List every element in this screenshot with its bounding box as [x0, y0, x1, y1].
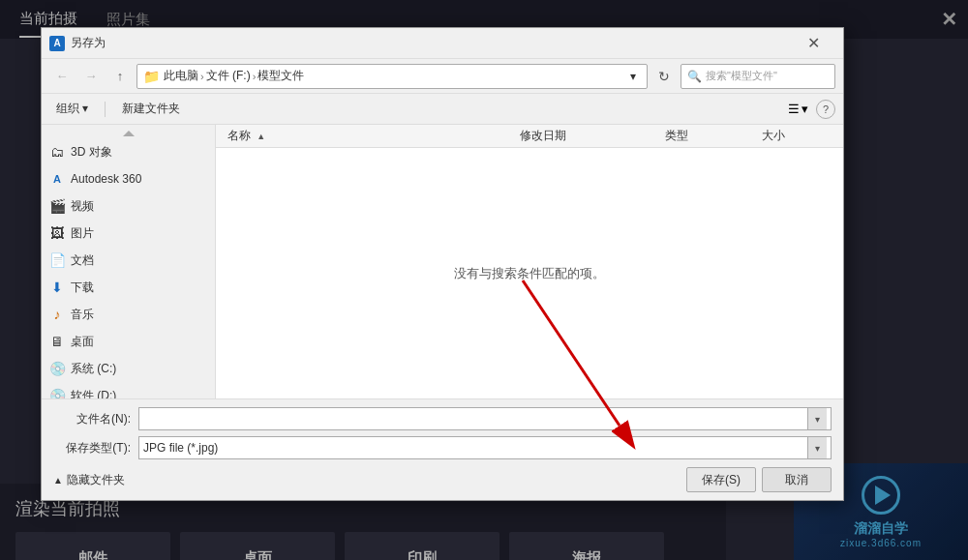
- filetype-label: 保存类型(T):: [53, 440, 131, 457]
- sidebar-scroll-up[interactable]: [42, 129, 215, 138]
- video-icon: 🎬: [49, 198, 65, 214]
- filename-label: 文件名(N):: [53, 411, 131, 427]
- nav-up-button[interactable]: ↑: [107, 64, 133, 89]
- breadcrumb-pc: 此电脑: [164, 68, 198, 84]
- breadcrumb-folder: 模型文件: [257, 68, 304, 84]
- dialog-bottom-form: 文件名(N): ▾ 保存类型(T): JPG file (*.jpg) ▾ ▲ …: [42, 398, 843, 500]
- view-icon: ☰: [788, 102, 800, 116]
- autodesk-icon: A: [49, 171, 65, 187]
- sidebar-item-pictures[interactable]: 🖼 图片: [42, 220, 215, 247]
- save-button[interactable]: 保存(S): [686, 467, 756, 492]
- address-bar[interactable]: 📁 此电脑 › 文件 (F:) › 模型文件 ▾: [136, 64, 648, 89]
- sidebar-item-music-label: 音乐: [71, 307, 94, 323]
- softwared-icon: 💿: [49, 388, 65, 398]
- sidebar-item-3dobjects-label: 3D 对象: [71, 144, 112, 161]
- sidebar-item-softwared[interactable]: 💿 软件 (D:): [42, 382, 215, 398]
- filename-dropdown[interactable]: ▾: [807, 408, 827, 429]
- desktop-icon: 🖥: [49, 334, 65, 349]
- breadcrumb-drive: 文件 (F:): [206, 68, 251, 84]
- sidebar-item-systemc[interactable]: 💿 系统 (C:): [42, 355, 215, 382]
- sidebar-item-autodesk-label: Autodesk 360: [71, 172, 141, 186]
- systemc-icon: 💿: [49, 361, 65, 376]
- dialog-toolbar: 组织 ▾ 新建文件夹 ☰ ▾ ?: [42, 94, 843, 125]
- documents-icon: 📄: [49, 252, 65, 268]
- file-list-empty: 没有与搜索条件匹配的项。: [216, 148, 843, 398]
- sidebar-item-documents-label: 文档: [71, 252, 94, 269]
- pictures-icon: 🖼: [49, 225, 65, 241]
- search-input[interactable]: 搜索"模型文件": [706, 69, 829, 83]
- filetype-dropdown[interactable]: ▾: [807, 437, 827, 458]
- search-icon: 🔍: [687, 70, 702, 83]
- downloads-icon: ⬇: [49, 280, 65, 295]
- sidebar-item-video-label: 视频: [71, 198, 94, 215]
- file-headers: 名称 ▲ 修改日期 类型 大小: [216, 125, 843, 148]
- dialog-close-button[interactable]: ✕: [791, 28, 835, 59]
- sidebar-item-video[interactable]: 🎬 视频: [42, 192, 215, 220]
- filetype-row: 保存类型(T): JPG file (*.jpg) ▾: [53, 436, 832, 459]
- search-box[interactable]: 🔍 搜索"模型文件": [681, 64, 835, 89]
- scroll-up-arrow: [123, 131, 135, 136]
- view-toggle-button[interactable]: ☰ ▾: [788, 102, 808, 116]
- col-type[interactable]: 类型: [661, 128, 758, 144]
- dialog-titlebar: A 另存为 ✕: [42, 28, 843, 59]
- filetype-value: JPG file (*.jpg): [143, 441, 807, 455]
- nav-forward-button[interactable]: →: [78, 64, 104, 89]
- sidebar-item-3dobjects[interactable]: 🗂 3D 对象: [42, 138, 215, 165]
- sidebar-item-autodesk[interactable]: A Autodesk 360: [42, 165, 215, 192]
- col-size[interactable]: 大小: [758, 128, 835, 144]
- filename-input[interactable]: ▾: [138, 407, 832, 430]
- folder-icon: 📁: [143, 69, 160, 84]
- view-dropdown-icon: ▾: [802, 102, 808, 116]
- sidebar-item-downloads[interactable]: ⬇ 下载: [42, 274, 215, 301]
- toggle-arrow-icon: ▲: [53, 475, 63, 486]
- address-dropdown-button[interactable]: ▾: [625, 69, 641, 84]
- dialog-title: 另存为: [71, 35, 791, 51]
- sidebar-item-softwared-label: 软件 (D:): [71, 388, 116, 399]
- sidebar-item-music[interactable]: ♪ 音乐: [42, 301, 215, 328]
- col-date[interactable]: 修改日期: [516, 128, 661, 144]
- breadcrumb: 此电脑 › 文件 (F:) › 模型文件: [164, 68, 304, 84]
- nav-back-button[interactable]: ←: [49, 64, 75, 89]
- save-dialog: A 另存为 ✕ ← → ↑ 📁 此电脑 › 文件 (F:) › 模型文件 ▾ ↻…: [41, 27, 844, 501]
- filetype-input[interactable]: JPG file (*.jpg) ▾: [138, 436, 832, 459]
- new-folder-button[interactable]: 新建文件夹: [115, 97, 187, 121]
- empty-message: 没有与搜索条件匹配的项。: [454, 265, 605, 282]
- dialog-navbar: ← → ↑ 📁 此电脑 › 文件 (F:) › 模型文件 ▾ ↻ 🔍 搜索"模型…: [42, 59, 843, 94]
- col-name[interactable]: 名称 ▲: [224, 128, 516, 144]
- dialog-content: 🗂 3D 对象 A Autodesk 360 🎬 视频 🖼 图片 📄 文档 ⬇: [42, 125, 843, 398]
- dialog-sidebar: 🗂 3D 对象 A Autodesk 360 🎬 视频 🖼 图片 📄 文档 ⬇: [42, 125, 216, 398]
- sort-arrow-name: ▲: [257, 132, 265, 141]
- cancel-button[interactable]: 取消: [762, 467, 832, 492]
- organize-button[interactable]: 组织 ▾: [49, 97, 95, 121]
- refresh-button[interactable]: ↻: [651, 64, 677, 89]
- sidebar-item-desktop-label: 桌面: [71, 334, 94, 350]
- sidebar-item-documents[interactable]: 📄 文档: [42, 247, 215, 274]
- sidebar-item-systemc-label: 系统 (C:): [71, 361, 116, 377]
- sidebar-item-downloads-label: 下载: [71, 280, 94, 296]
- help-button[interactable]: ?: [816, 100, 835, 119]
- toolbar-separator: [105, 102, 106, 117]
- dialog-icon: A: [49, 36, 65, 51]
- hidden-files-toggle[interactable]: ▲ 隐藏文件夹: [53, 472, 125, 488]
- music-icon: ♪: [49, 307, 65, 322]
- sidebar-item-desktop[interactable]: 🖥 桌面: [42, 328, 215, 355]
- 3dobjects-icon: 🗂: [49, 144, 65, 160]
- filename-row: 文件名(N): ▾: [53, 407, 832, 430]
- hidden-files-label: 隐藏文件夹: [67, 472, 125, 488]
- dialog-filearea: 名称 ▲ 修改日期 类型 大小 没有与搜索条件匹配的项。: [216, 125, 843, 398]
- form-actions: ▲ 隐藏文件夹 保存(S) 取消: [53, 467, 832, 492]
- sidebar-item-pictures-label: 图片: [71, 225, 94, 242]
